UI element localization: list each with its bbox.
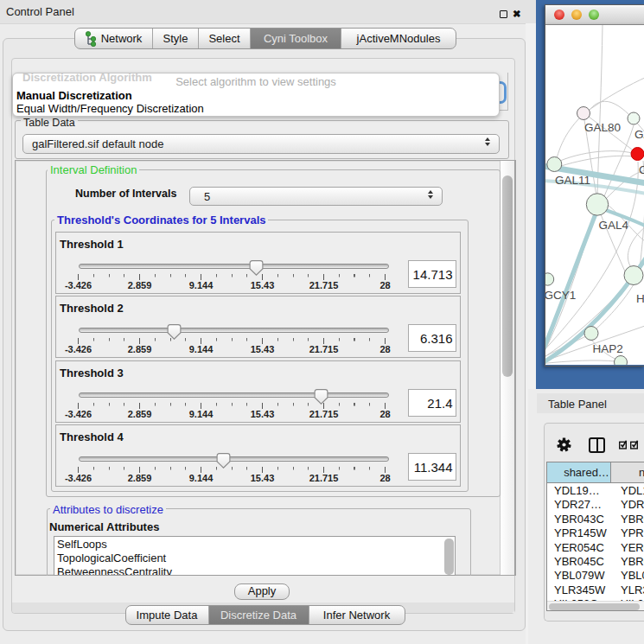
svg-text:GAL4: GAL4 xyxy=(599,219,629,232)
svg-text:HAP2: HAP2 xyxy=(593,342,623,355)
svg-text:C: C xyxy=(639,163,644,176)
svg-text:GCY1: GCY1 xyxy=(545,289,576,302)
svg-text:GAL80: GAL80 xyxy=(584,121,621,134)
svg-text:H: H xyxy=(636,292,644,305)
svg-text:GAL11: GAL11 xyxy=(555,174,590,187)
svg-text:GA: GA xyxy=(634,128,644,141)
